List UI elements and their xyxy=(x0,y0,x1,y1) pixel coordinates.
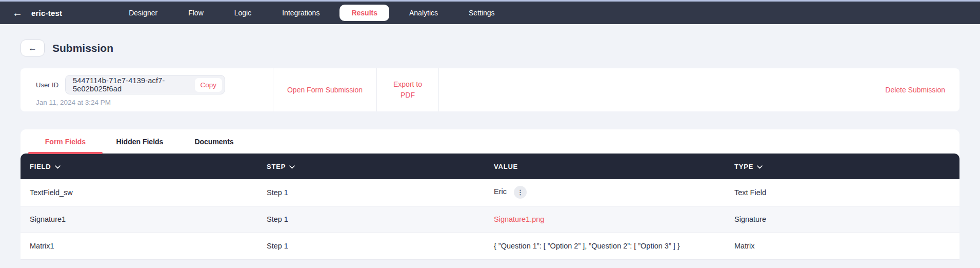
signature-file-link[interactable]: Signature1.png xyxy=(494,215,544,223)
tab-hidden-fields[interactable]: Hidden Fields xyxy=(103,129,177,154)
table-row: Matrix1 Step 1 { ”Question 1”: [ ”Option… xyxy=(21,233,959,259)
table-row: Signature1 Step 1 Signature1.png Signatu… xyxy=(21,206,959,233)
nav-item-logic[interactable]: Logic xyxy=(224,5,262,21)
table-row: TextField_sw Step 1 Eric⋮ Text Field xyxy=(21,179,959,206)
cell-value: { ”Question 1”: [ ”Option 2” ], ”Questio… xyxy=(485,233,725,259)
cell-value: Signature1.png xyxy=(485,206,725,233)
cell-field: TextField_sw xyxy=(21,179,257,206)
column-header-step[interactable]: STEP xyxy=(257,154,485,179)
column-header-field[interactable]: FIELD xyxy=(21,154,257,179)
chevron-down-icon xyxy=(289,165,295,169)
tab-form-fields[interactable]: Form Fields xyxy=(28,129,103,154)
column-header-value[interactable]: VALUE xyxy=(485,154,725,179)
user-id-field[interactable]: 5447114b-71e7-4139-acf7-5e02b025f6ad Cop… xyxy=(65,75,225,94)
results-tabs: Form Fields Hidden Fields Documents xyxy=(21,129,959,154)
tab-documents[interactable]: Documents xyxy=(177,129,251,154)
nav-item-results[interactable]: Results xyxy=(339,5,389,21)
nav-item-analytics[interactable]: Analytics xyxy=(398,5,449,21)
cell-type: Text Field xyxy=(725,179,959,206)
page-header: ← Submission xyxy=(21,40,959,56)
column-header-type[interactable]: TYPE xyxy=(725,154,959,179)
back-button[interactable]: ← xyxy=(21,40,45,56)
column-label: STEP xyxy=(267,163,286,170)
nav-item-settings[interactable]: Settings xyxy=(458,5,506,21)
cell-value: Eric⋮ xyxy=(485,179,725,206)
user-id-section: User ID 5447114b-71e7-4139-acf7-5e02b025… xyxy=(21,68,273,111)
cell-step: Step 1 xyxy=(257,233,485,259)
nav-item-integrations[interactable]: Integrations xyxy=(271,5,330,21)
nav-item-designer[interactable]: Designer xyxy=(118,5,168,21)
delete-submission-link[interactable]: Delete Submission xyxy=(885,86,945,94)
project-title: eric-test xyxy=(31,9,62,17)
chevron-down-icon xyxy=(757,165,763,169)
nav-item-flow[interactable]: Flow xyxy=(177,5,214,21)
cell-step: Step 1 xyxy=(257,206,485,233)
user-id-label: User ID xyxy=(36,81,58,89)
kebab-menu-icon[interactable]: ⋮ xyxy=(514,186,527,199)
table-header-row: FIELD STEP VALUE TYPE xyxy=(21,154,959,179)
column-label: VALUE xyxy=(494,163,518,170)
submission-meta-card: User ID 5447114b-71e7-4139-acf7-5e02b025… xyxy=(21,68,959,111)
cell-type: Matrix xyxy=(725,233,959,259)
column-label: FIELD xyxy=(30,163,51,170)
copy-button[interactable]: Copy xyxy=(195,78,223,92)
results-card: Form Fields Hidden Fields Documents FIEL… xyxy=(21,129,959,260)
page-title: Submission xyxy=(52,42,113,54)
chevron-down-icon xyxy=(55,165,61,169)
navbar-back-icon[interactable]: ← xyxy=(12,8,23,18)
cell-step: Step 1 xyxy=(257,179,485,206)
back-arrow-icon: ← xyxy=(28,43,37,53)
top-navbar: ← eric-test Designer Flow Logic Integrat… xyxy=(0,2,980,24)
open-form-submission-link[interactable]: Open Form Submission xyxy=(273,68,376,111)
user-id-value: 5447114b-71e7-4139-acf7-5e02b025f6ad xyxy=(73,76,194,93)
meta-right-section: Delete Submission xyxy=(439,68,959,111)
user-id-row: User ID 5447114b-71e7-4139-acf7-5e02b025… xyxy=(36,75,273,94)
cell-field: Signature1 xyxy=(21,206,257,233)
top-nav-menu: Designer Flow Logic Integrations Results… xyxy=(113,5,510,21)
page-content: ← Submission User ID 5447114b-71e7-4139-… xyxy=(0,40,980,260)
column-label: TYPE xyxy=(734,163,753,170)
value-text: Eric xyxy=(494,188,507,196)
form-fields-table: FIELD STEP VALUE TYPE TextField_sw Step … xyxy=(21,154,959,260)
cell-type: Signature xyxy=(725,206,959,233)
submission-timestamp: Jan 11, 2024 at 3:24 PM xyxy=(36,99,273,106)
cell-field: Matrix1 xyxy=(21,233,257,259)
export-to-pdf-link[interactable]: Export to PDF xyxy=(377,68,438,111)
